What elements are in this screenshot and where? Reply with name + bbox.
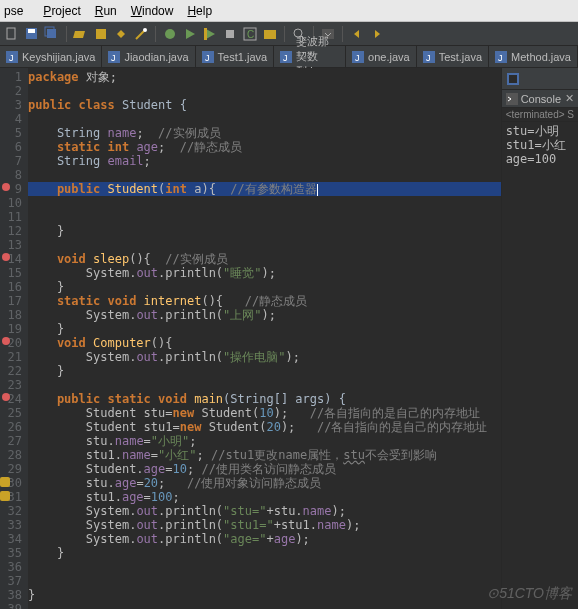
tab-label: Keyshijian.java [22,51,95,63]
console-tab[interactable]: Console ✕ [502,90,578,108]
svg-text:J: J [9,53,14,63]
svg-text:J: J [498,53,503,63]
svg-rect-8 [204,28,207,40]
svg-rect-31 [506,93,518,105]
new-class-icon[interactable]: C [242,26,258,42]
svg-point-6 [143,28,147,32]
menu-help[interactable]: Help [187,4,212,18]
breakpoint-icon[interactable] [2,393,10,401]
svg-text:J: J [205,53,210,63]
side-panel: Console ✕ <terminated> S stu=小明 stu1=小红 … [501,68,578,609]
tab-label: Test.java [439,51,482,63]
menu-bar: pse Project Run Window Help [0,0,578,22]
build-icon[interactable] [93,26,109,42]
editor-tabs: JKeyshijian.java JJiaodian.java JTest1.j… [0,46,578,68]
menu-run[interactable]: Run [95,4,117,18]
title-fragment: pse [4,4,23,18]
svg-text:J: J [283,53,288,63]
tab-one[interactable]: Jone.java [346,46,417,67]
open-icon[interactable] [73,26,89,42]
close-icon[interactable]: ✕ [565,92,574,105]
back-icon[interactable] [349,26,365,42]
text-caret [317,184,318,196]
console-tab-label: Console [521,93,561,105]
menu-project[interactable]: Project [43,4,80,18]
stop-icon[interactable] [222,26,238,42]
svg-rect-5 [96,29,106,39]
toolbar: C [0,22,578,46]
line-gutter[interactable]: 1234567891011121314151617181920212223242… [0,68,28,609]
tab-label: Method.java [511,51,571,63]
debug-icon[interactable] [162,26,178,42]
new-package-icon[interactable] [262,26,278,42]
code-editor[interactable]: 1234567891011121314151617181920212223242… [0,68,501,609]
tab-label: Test1.java [218,51,268,63]
separator [155,26,156,42]
tab-label: Jiaodian.java [124,51,188,63]
svg-rect-9 [226,30,234,38]
svg-text:J: J [426,53,431,63]
separator [66,26,67,42]
run-icon[interactable] [182,26,198,42]
console-status: <terminated> S [502,108,578,122]
tab-test1[interactable]: JTest1.java [196,46,275,67]
warning-icon[interactable] [0,477,10,487]
save-icon[interactable] [24,26,40,42]
separator [284,26,285,42]
svg-point-7 [165,29,175,39]
tab-test[interactable]: JTest.java [417,46,489,67]
svg-rect-3 [47,29,56,38]
forward-icon[interactable] [369,26,385,42]
tab-label: one.java [368,51,410,63]
svg-text:J: J [111,53,116,63]
console-icon [506,93,518,105]
tab-keyshijian[interactable]: JKeyshijian.java [0,46,102,67]
main-area: 1234567891011121314151617181920212223242… [0,68,578,609]
svg-rect-12 [264,30,276,39]
console-output[interactable]: stu=小明 stu1=小红 age=100 [502,122,578,609]
separator [342,26,343,42]
svg-rect-0 [7,28,15,39]
coverage-icon[interactable] [202,26,218,42]
svg-text:C: C [247,29,254,40]
breakpoint-icon[interactable] [2,253,10,261]
tab-method[interactable]: JMethod.java [489,46,578,67]
svg-rect-2 [28,29,35,33]
new-icon[interactable] [4,26,20,42]
breakpoint-icon[interactable] [2,337,10,345]
warning-icon[interactable] [0,491,10,501]
tab-jiaodian[interactable]: JJiaodian.java [102,46,195,67]
side-panel-top [502,68,578,90]
link-icon[interactable] [113,26,129,42]
save-all-icon[interactable] [44,26,60,42]
wand-icon[interactable] [133,26,149,42]
menu-window[interactable]: Window [131,4,174,18]
code-area[interactable]: package 对象; public class Student { Strin… [28,68,501,609]
svg-text:J: J [355,53,360,63]
tab-fibonacci[interactable]: J斐波那契数列.java [274,46,346,67]
breakpoint-icon[interactable] [2,183,10,191]
svg-rect-30 [509,75,517,83]
perspective-icon[interactable] [506,72,520,86]
